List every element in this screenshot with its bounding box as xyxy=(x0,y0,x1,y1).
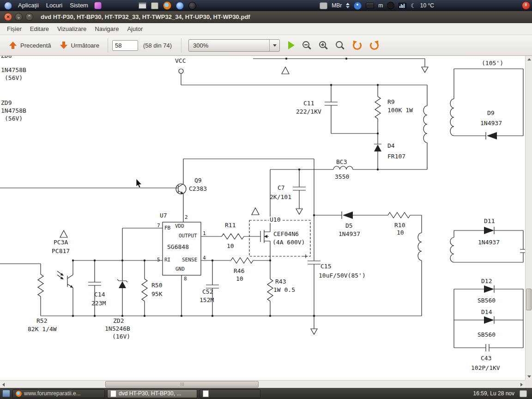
maximize-button[interactable]: ⌃ xyxy=(25,13,33,21)
tray-icon[interactable] xyxy=(520,390,527,397)
zoom-in-button[interactable] xyxy=(319,41,328,50)
schematic-drawing xyxy=(0,56,525,380)
chevron-down-icon xyxy=(273,44,277,47)
previous-label: Precedentă xyxy=(20,42,51,49)
taskbar-window-firefox[interactable]: www.forumreparatii.e... xyxy=(12,389,105,398)
horizontal-scrollbar[interactable] xyxy=(0,380,525,388)
presentation-play-icon[interactable] xyxy=(288,41,295,49)
panel-menu-applications[interactable]: Aplicații xyxy=(14,0,42,11)
window-launcher-icon[interactable] xyxy=(139,2,146,9)
taskbar-window-label: dvd HT-P30, HT-BP30, ... xyxy=(119,390,181,397)
taskbar: www.forumreparatii.e... dvd HT-P30, HT-B… xyxy=(0,388,532,399)
horizontal-scrollbar-thumb[interactable] xyxy=(105,381,259,387)
distributor-logo-icon[interactable] xyxy=(4,2,12,10)
status-circle-icon[interactable] xyxy=(387,2,394,9)
zoom-dropdown-button[interactable] xyxy=(269,40,279,51)
browser-globe-icon[interactable] xyxy=(176,2,184,10)
previous-arrow-icon xyxy=(9,41,17,49)
vertical-scrollbar[interactable] xyxy=(525,56,532,380)
close-button[interactable]: ✕ xyxy=(4,13,12,21)
scrollbar-corner xyxy=(525,380,532,388)
firefox-icon xyxy=(16,391,22,397)
scroll-right-button[interactable] xyxy=(518,381,525,388)
panel-tray: MBr m ☾ 10 °C xyxy=(320,1,530,10)
zoom-value: 300% xyxy=(189,42,269,49)
media-launcher-icon[interactable] xyxy=(188,2,196,10)
next-label: Următoare xyxy=(71,42,99,49)
show-desktop-icon[interactable] xyxy=(2,390,10,397)
indicator-m[interactable]: m xyxy=(378,2,383,9)
taskbar-window-label: www.forumreparatii.e... xyxy=(24,390,81,397)
search-button[interactable] xyxy=(335,41,345,50)
menu-file[interactable]: Fișier xyxy=(3,23,26,35)
window-title: dvd HT-P30, HT-BP30, HT-TP32_33, HT-TWP3… xyxy=(41,13,250,20)
menu-edit[interactable]: Editare xyxy=(26,23,53,35)
rotate-left-icon[interactable] xyxy=(353,41,362,50)
zoom-select[interactable]: 300% xyxy=(188,39,280,52)
firefox-launcher-icon[interactable] xyxy=(163,1,171,10)
scroll-left-button[interactable] xyxy=(0,381,7,388)
system-monitor-icon[interactable] xyxy=(399,3,406,9)
panel-menu-system[interactable]: Sistem xyxy=(66,0,92,11)
toolbar-separator xyxy=(181,38,181,52)
page-number-input[interactable] xyxy=(112,40,138,51)
temperature-indicator[interactable]: 10 °C xyxy=(420,2,434,9)
page-count-label: (58 din 74) xyxy=(143,42,172,49)
menu-view[interactable]: Vizualizare xyxy=(53,23,91,35)
taskbar-window-other[interactable] xyxy=(200,389,260,398)
menu-go[interactable]: Navigare xyxy=(91,23,123,35)
document-canvas[interactable]: ZD81N4758B(56V)ZD91N4758B(56V)VCC(105')C… xyxy=(0,56,532,388)
scroll-down-button[interactable] xyxy=(526,373,532,380)
weather-moon-icon[interactable]: ☾ xyxy=(411,2,416,9)
shutdown-icon[interactable] xyxy=(522,1,530,10)
next-arrow-icon xyxy=(60,41,68,49)
vertical-scrollbar-thumb[interactable] xyxy=(526,289,532,310)
toolbar-separator xyxy=(108,38,108,52)
document-icon xyxy=(203,390,209,397)
taskbar-window-pdf[interactable]: dvd HT-P30, HT-BP30, ... xyxy=(107,389,197,398)
desktop: Aplicații Locuri Sistem MBr m ☾ 10 °C ✕ … xyxy=(0,0,532,399)
window-titlebar[interactable]: ✕ ⌄ ⌃ dvd HT-P30, HT-BP30, HT-TP32_33, H… xyxy=(0,11,532,23)
rotate-right-icon[interactable] xyxy=(370,41,379,50)
toolbar: Precedentă Următoare (58 din 74) 300% xyxy=(0,35,532,56)
zoom-out-button[interactable] xyxy=(302,41,311,50)
menubar: Fișier Editare Vizualizare Navigare Ajut… xyxy=(0,23,532,35)
files-launcher-icon[interactable] xyxy=(151,2,158,9)
scroll-up-button[interactable] xyxy=(526,56,532,63)
next-page-button[interactable]: Următoare xyxy=(55,39,103,51)
accessibility-icon[interactable] xyxy=(354,2,362,10)
keyboard-icon[interactable] xyxy=(366,3,374,8)
panel-menu-places[interactable]: Locuri xyxy=(42,0,66,11)
network-updown-icon[interactable] xyxy=(346,3,350,8)
clock[interactable]: 16:59, Lu 28 nov xyxy=(473,390,514,397)
minimize-button[interactable]: ⌄ xyxy=(15,13,23,21)
keyboard-layout-indicator[interactable]: MBr xyxy=(332,2,342,9)
top-panel: Aplicații Locuri Sistem MBr m ☾ 10 °C xyxy=(0,0,532,11)
mascot-applet-icon[interactable] xyxy=(94,2,102,9)
tray-status-icon[interactable] xyxy=(320,2,327,9)
mouse-cursor xyxy=(135,178,143,188)
menu-help[interactable]: Ajutor xyxy=(123,23,147,35)
previous-page-button[interactable]: Precedentă xyxy=(5,39,55,51)
document-icon xyxy=(110,390,116,397)
